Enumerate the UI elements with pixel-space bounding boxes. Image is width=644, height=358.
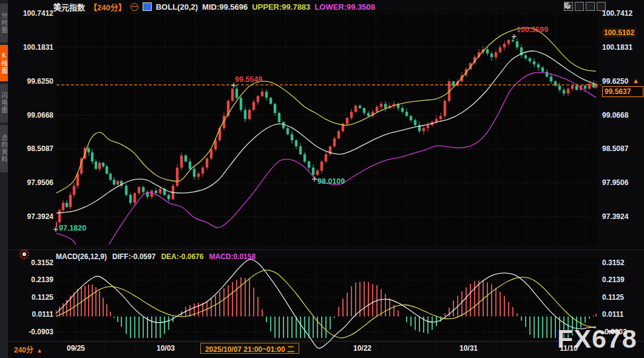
price-tick-right: 98.5087	[602, 144, 628, 153]
price-tick-left: 99.6250	[7, 77, 53, 86]
price-extreme-annotation: 100.3599	[517, 25, 548, 34]
macd-header: MACD(26,12,9) DIFF:-0.0597 DEA:-0.0676 M…	[56, 252, 256, 261]
session-high-label: 100.5102	[602, 28, 636, 38]
footer-period[interactable]: 240分▲	[14, 344, 42, 354]
price-tick-left: 99.0668	[7, 111, 53, 120]
kline-style-icon[interactable]	[143, 2, 152, 11]
x-axis-tick: 10/31	[459, 344, 478, 353]
price-tick-right: 99.0668	[602, 111, 628, 120]
price-tick-left: 100.1831	[7, 43, 53, 52]
x-axis-tick: 11/10	[560, 344, 577, 353]
macd-tick-right: 0.0111	[602, 310, 623, 319]
chart-app: 分时图K线图闪电图合约资料 美元指数 【240分】 BOLL(20,2) MID…	[0, 0, 644, 358]
x-axis-tick: 10/22	[353, 344, 371, 353]
price-tick-left: 97.9506	[7, 178, 53, 187]
price-tick-left: 100.7412	[7, 9, 53, 18]
last-price-badge: 99.5637	[602, 86, 643, 97]
macd-dea-value: DEA:-0.0676	[161, 252, 203, 261]
boll-mid-value: MID:99.5696	[202, 2, 248, 12]
price-tick-right: 100.7412	[602, 9, 632, 18]
alert-indicator-icon[interactable]	[19, 249, 29, 259]
macd-tick-left: -0.0903	[7, 328, 53, 336]
chart-toolbar	[564, 2, 606, 11]
price-tick-right: 99.6250	[602, 77, 628, 86]
macd-tick-left: 0.1125	[7, 293, 53, 302]
time-range-tooltip: 2025/10/07 21:00~01:00 二	[200, 343, 299, 354]
scale-x-axis-tool-icon[interactable]	[586, 2, 595, 11]
period-dropdown-icon: ▲	[36, 347, 42, 354]
macd-tick-right: 0.1125	[602, 293, 624, 302]
chart-header: 美元指数 【240分】 BOLL(20,2) MID:99.5696 UPPER…	[53, 2, 375, 12]
macd-label: MACD(26,12,9)	[56, 252, 107, 261]
boll-lower-value: LOWER:99.3508	[314, 2, 375, 12]
boll-upper-value: UPPER:99.7883	[252, 2, 310, 12]
macd-tick-left: 0.2139	[7, 275, 53, 284]
price-extreme-annotation: 97.1820	[59, 224, 86, 232]
price-tick-right: 97.3924	[602, 212, 628, 221]
price-tick-left: 98.5087	[7, 144, 53, 153]
price-tick-left: 97.3924	[7, 212, 53, 221]
macd-hist-value: MACD:0.0158	[209, 252, 256, 261]
price-up-arrow-icon: ▲	[632, 77, 639, 84]
x-axis-tick: 10/03	[157, 344, 175, 353]
price-extreme-annotation: 99.5549	[235, 75, 262, 84]
price-tick-right: 100.1831	[602, 43, 632, 52]
price-extreme-annotation: 98.0109	[317, 177, 345, 186]
price-tick-right: 97.9506	[602, 178, 628, 187]
x-axis-tick: 09/25	[67, 344, 85, 353]
boll-label: BOLL(20,2)	[156, 2, 198, 12]
indicator-settings-icon[interactable]	[130, 3, 138, 11]
scale-y-axis-tool-icon[interactable]	[575, 2, 584, 11]
macd-tick-right: 0.3152	[602, 258, 625, 267]
macd-tick-left: 0.0111	[7, 310, 53, 319]
macd-tick-left: 0.3152	[7, 258, 53, 267]
macd-tick-right: 0.2139	[602, 275, 625, 284]
period-label[interactable]: 【240分】	[89, 1, 126, 13]
macd-diff-value: DIFF:-0.0597	[112, 252, 155, 261]
macd-tick-right: -0.0903	[602, 328, 627, 336]
